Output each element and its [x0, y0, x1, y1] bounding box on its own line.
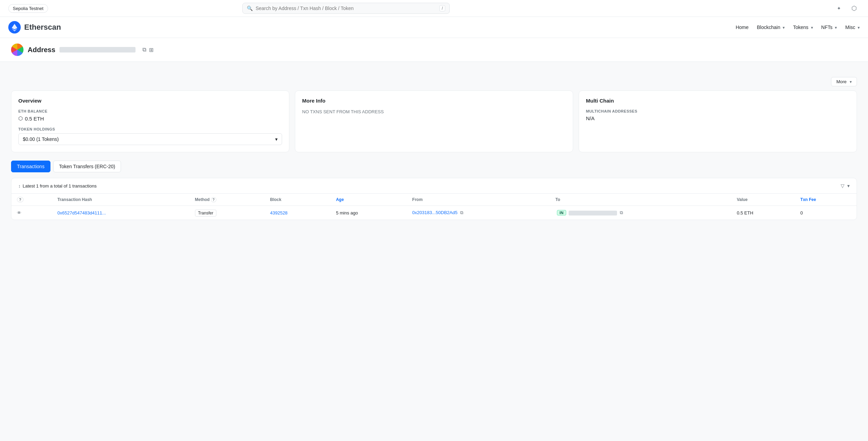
table-header-actions: ▽ ▾ [841, 183, 850, 189]
row-value: 0.5 ETH [731, 206, 795, 220]
brand-logo-link[interactable]: Etherscan [8, 21, 61, 33]
eth-diamond-icon: ⬡ [18, 115, 23, 122]
copy-to-icon[interactable]: ⧉ [620, 210, 623, 215]
from-link[interactable]: 0x203183...50DB2Ad5 [412, 210, 458, 215]
table-actions-chevron-icon[interactable]: ▾ [847, 183, 850, 189]
more-chevron-icon [849, 79, 852, 84]
row-method: Transfer [189, 206, 265, 220]
question-icon: ? [17, 197, 24, 202]
more-info-message: NO TXNS SENT FROM THIS ADDRESS [302, 109, 566, 114]
row-fee: 0 [795, 206, 857, 220]
col-fee: Txn Fee [795, 194, 857, 206]
network-badge[interactable]: Sepolia Testnet [8, 4, 48, 13]
sort-icon: ↕ [18, 183, 21, 189]
col-eye: ? [11, 194, 52, 206]
token-holdings-label: TOKEN HOLDINGS [18, 127, 282, 131]
nav-home[interactable]: Home [736, 25, 748, 30]
row-block: 4392528 [264, 206, 330, 220]
address-header: Address ⧉ ⊞ [0, 38, 868, 62]
col-age: Age [330, 194, 407, 206]
address-value [59, 47, 136, 52]
col-method: Method ? [189, 194, 265, 206]
method-badge: Transfer [195, 210, 216, 217]
row-age: 5 mins ago [330, 206, 407, 220]
row-from: 0x203183...50DB2Ad5 ⧉ [407, 206, 550, 220]
nav-nfts[interactable]: NFTs [821, 25, 837, 30]
topbar-icons: ✦ ⬡ [833, 3, 860, 14]
topbar: Sepolia Testnet 🔍 / ✦ ⬡ [0, 0, 868, 17]
token-holdings-value: $0.00 (1 Tokens) [23, 136, 59, 142]
overview-card: Overview ETH BALANCE ⬡ 0.5 ETH TOKEN HOL… [11, 90, 289, 152]
main-content: More Overview ETH BALANCE ⬡ 0.5 ETH TOKE… [0, 69, 868, 441]
row-to: IN ⧉ [550, 206, 731, 220]
multichain-label: MULTICHAIN ADDRESSES [586, 109, 850, 113]
table-header: ↕ Latest 1 from a total of 1 transaction… [11, 178, 857, 194]
tab-token-transfers[interactable]: Token Transfers (ERC-20) [53, 161, 121, 172]
col-block: Block [264, 194, 330, 206]
in-badge: IN [557, 210, 566, 215]
table-summary-text: Latest 1 from a total of 1 transactions [23, 183, 97, 189]
navbar: Etherscan Home Blockchain Tokens NFTs Mi… [0, 17, 868, 38]
multichain-value: N/A [586, 115, 850, 121]
more-info-card: More Info NO TXNS SENT FROM THIS ADDRESS [295, 90, 573, 152]
search-input[interactable] [255, 6, 437, 11]
row-eye-icon: 👁 [11, 206, 52, 220]
col-hash: Transaction Hash [52, 194, 189, 206]
address-avatar [11, 44, 24, 56]
search-icon: 🔍 [247, 6, 253, 11]
to-address-blurred [569, 211, 617, 215]
search-bar: 🔍 / [242, 3, 450, 14]
filter-icon[interactable]: ▽ [841, 183, 844, 189]
address-actions: ⧉ ⊞ [142, 47, 153, 53]
multi-chain-card: Multi Chain MULTICHAIN ADDRESSES N/A [579, 90, 857, 152]
multi-chain-card-title: Multi Chain [586, 98, 850, 104]
brand-name: Etherscan [24, 23, 61, 32]
nav-tokens[interactable]: Tokens [793, 25, 813, 30]
brand-logo-svg [8, 21, 21, 33]
theme-toggle-icon[interactable]: ✦ [833, 3, 844, 14]
row-hash: 0x6527d547483d4111... [52, 206, 189, 220]
eth-balance-value: ⬡ 0.5 ETH [18, 115, 282, 122]
tx-hash-link[interactable]: 0x6527d547483d4111... [57, 210, 106, 215]
col-from: From [407, 194, 550, 206]
more-button-label: More [836, 79, 847, 84]
tabs-row: Transactions Token Transfers (ERC-20) [11, 161, 857, 172]
table-header-row: ? Transaction Hash Method ? Block Age Fr… [11, 194, 857, 206]
more-btn-row: More [11, 77, 857, 86]
eth-icon[interactable]: ⬡ [849, 3, 860, 14]
block-link[interactable]: 4392528 [270, 210, 288, 215]
transactions-table-card: ↕ Latest 1 from a total of 1 transaction… [11, 178, 857, 220]
col-value: Value [731, 194, 795, 206]
cards-row: Overview ETH BALANCE ⬡ 0.5 ETH TOKEN HOL… [11, 90, 857, 152]
eth-balance-label: ETH BALANCE [18, 109, 282, 113]
nav-links: Home Blockchain Tokens NFTs Misc [736, 25, 860, 30]
token-dropdown-chevron-icon: ▾ [275, 136, 278, 142]
slash-key: / [439, 5, 445, 11]
address-title: Address [28, 46, 55, 54]
qr-code-button[interactable]: ⊞ [149, 47, 153, 53]
nav-blockchain[interactable]: Blockchain [757, 25, 785, 30]
transactions-table: ? Transaction Hash Method ? Block Age Fr… [11, 194, 857, 220]
table-row: 👁 0x6527d547483d4111... Transfer 4392528… [11, 206, 857, 220]
nav-misc[interactable]: Misc [845, 25, 860, 30]
table-summary: ↕ Latest 1 from a total of 1 transaction… [18, 183, 96, 189]
more-info-card-title: More Info [302, 98, 566, 104]
tab-transactions[interactable]: Transactions [11, 161, 50, 172]
eth-balance-amount: 0.5 ETH [25, 116, 44, 122]
copy-address-button[interactable]: ⧉ [142, 47, 146, 53]
more-button[interactable]: More [831, 77, 857, 86]
col-to: To [550, 194, 731, 206]
overview-card-title: Overview [18, 98, 282, 104]
token-holdings-dropdown[interactable]: $0.00 (1 Tokens) ▾ [18, 133, 282, 145]
copy-from-icon[interactable]: ⧉ [460, 210, 463, 215]
topbar-left: Sepolia Testnet [8, 4, 48, 13]
